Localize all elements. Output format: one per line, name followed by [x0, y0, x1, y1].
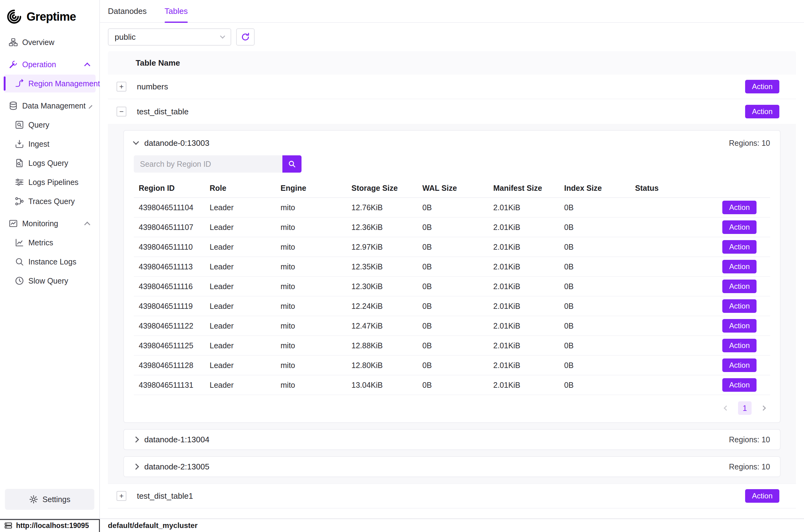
sidebar-nav: Overview Operation Region Management: [4, 33, 96, 290]
sidebar-item-instance-logs[interactable]: Instance Logs: [4, 253, 96, 271]
brand-name: Greptime: [26, 10, 76, 23]
storage-size-cell: 12.47KiB: [346, 322, 417, 330]
index-size-cell: 0B: [559, 361, 630, 370]
region-id-cell: 4398046511131: [134, 381, 205, 390]
storage-size-cell: 12.24KiB: [346, 302, 417, 311]
sidebar-item-label: Metrics: [28, 238, 53, 247]
datanode-1-header[interactable]: datanode-1:13004 Regions: 10: [124, 430, 780, 450]
region-column-header: Engine: [275, 184, 346, 193]
sidebar-item-label: Overview: [22, 38, 54, 47]
manifest-size-cell: 2.01KiB: [488, 282, 559, 291]
datanode-title: datanode-1:13004: [144, 435, 209, 444]
sidebar-item-label: Traces Query: [28, 197, 75, 206]
datanode-0-header[interactable]: datanode-0:13003 Regions: 10: [124, 131, 780, 155]
region-table-body: 4398046511104Leadermito12.76KiB0B2.01KiB…: [134, 198, 770, 395]
settings-button[interactable]: Settings: [5, 489, 94, 510]
storage-size-cell: 13.04KiB: [346, 381, 417, 390]
sidebar-item-label: Logs Pipelines: [28, 178, 79, 187]
region-action-button[interactable]: Action: [722, 378, 757, 392]
region-action-button[interactable]: Action: [722, 240, 757, 254]
sidebar-group-data-management[interactable]: Data Management: [4, 97, 96, 115]
region-action: Action: [711, 319, 770, 332]
endpoint-box[interactable]: http://localhost:19095: [0, 519, 100, 532]
sidebar-group-monitoring[interactable]: Monitoring: [4, 214, 96, 232]
wal-size-cell: 0B: [417, 361, 488, 370]
tabbar: Datanodes Tables: [100, 0, 804, 23]
tab-tables[interactable]: Tables: [165, 0, 188, 22]
region-id-cell: 4398046511104: [134, 203, 205, 212]
regions-count: Regions: 10: [729, 435, 770, 444]
index-size-cell: 0B: [559, 341, 630, 350]
datanode-2-header[interactable]: datanode-2:13005 Regions: 10: [124, 457, 780, 476]
expand-plus-icon[interactable]: +: [117, 82, 127, 92]
expand-plus-icon[interactable]: +: [117, 491, 127, 501]
collapse-minus-icon[interactable]: −: [117, 107, 127, 116]
instance-logs-icon: [15, 257, 24, 266]
datanode-1-card: datanode-1:13004 Regions: 10: [123, 429, 781, 450]
metrics-icon: [15, 238, 24, 247]
role-cell: Leader: [205, 302, 275, 311]
refresh-button[interactable]: [236, 28, 255, 45]
prev-page-button[interactable]: [720, 401, 733, 415]
region-id-cell: 4398046511116: [134, 282, 205, 291]
region-action: Action: [711, 280, 770, 293]
table-name-header: Table Name: [108, 51, 796, 75]
sidebar-item-slow-query[interactable]: Slow Query: [4, 272, 96, 290]
sidebar-item-metrics[interactable]: Metrics: [4, 234, 96, 251]
region-table: Region IDRoleEngineStorage SizeWAL SizeM…: [134, 179, 770, 395]
sidebar-spacer: [4, 290, 96, 489]
region-action-button[interactable]: Action: [722, 280, 757, 293]
region-action-button[interactable]: Action: [722, 319, 757, 332]
region-action-button[interactable]: Action: [722, 359, 757, 372]
table-action-button[interactable]: Action: [745, 80, 779, 93]
manifest-size-cell: 2.01KiB: [488, 203, 559, 212]
chevron-left-icon: [724, 406, 729, 411]
region-action-button[interactable]: Action: [722, 299, 757, 313]
sidebar-item-traces-query[interactable]: Traces Query: [4, 192, 96, 210]
region-column-header: Region ID: [134, 184, 205, 193]
region-action-button[interactable]: Action: [722, 339, 757, 352]
datanode-0-card: datanode-0:13003 Regions: 10: [123, 130, 781, 423]
region-action-button[interactable]: Action: [722, 201, 757, 214]
tab-datanodes[interactable]: Datanodes: [108, 0, 147, 22]
sidebar: Greptime Overview Operation: [0, 0, 100, 518]
index-size-cell: 0B: [559, 381, 630, 390]
sidebar-item-overview[interactable]: Overview: [4, 33, 96, 51]
content: public Table Name + numb: [100, 23, 804, 518]
engine-cell: mito: [275, 282, 346, 291]
sidebar-item-logs-pipelines[interactable]: Logs Pipelines: [4, 173, 96, 191]
sidebar-item-ingest[interactable]: Ingest: [4, 135, 96, 153]
region-action-button[interactable]: Action: [722, 260, 757, 273]
manifest-size-cell: 2.01KiB: [488, 302, 559, 311]
chevron-up-icon: [84, 222, 90, 228]
region-action: Action: [711, 240, 770, 254]
region-management-icon: [15, 79, 24, 88]
index-size-cell: 0B: [559, 223, 630, 232]
sidebar-item-logs-query[interactable]: Logs Query: [4, 154, 96, 172]
statusbar: http://localhost:19095 default/default_m…: [0, 518, 804, 532]
region-row: 4398046511119Leadermito12.24KiB0B2.01KiB…: [134, 297, 770, 316]
manifest-size-cell: 2.01KiB: [488, 223, 559, 232]
next-page-button[interactable]: [757, 401, 770, 415]
tab-label: Tables: [165, 6, 188, 16]
sidebar-group-operation[interactable]: Operation: [4, 56, 96, 73]
table-action-button[interactable]: Action: [745, 489, 779, 503]
datanode-title: datanode-0:13003: [144, 138, 209, 148]
search-button[interactable]: [282, 155, 302, 173]
sidebar-item-region-management[interactable]: Region Management: [4, 75, 96, 93]
region-action-button[interactable]: Action: [722, 221, 757, 234]
server-icon: [4, 521, 12, 530]
table-action-button[interactable]: Action: [745, 105, 779, 118]
page-number[interactable]: 1: [738, 401, 752, 415]
chevron-right-icon: [133, 436, 139, 443]
database-select[interactable]: public: [108, 28, 231, 45]
settings-label: Settings: [42, 495, 70, 504]
overview-icon: [8, 38, 18, 47]
wal-size-cell: 0B: [417, 262, 488, 271]
sidebar-item-query[interactable]: Query: [4, 116, 96, 134]
pagination: 1: [134, 401, 770, 416]
engine-cell: mito: [275, 262, 346, 271]
region-search-input[interactable]: [134, 155, 282, 173]
cluster-label: default/default_mycluster: [108, 521, 198, 530]
table-name-header-label: Table Name: [136, 58, 180, 68]
